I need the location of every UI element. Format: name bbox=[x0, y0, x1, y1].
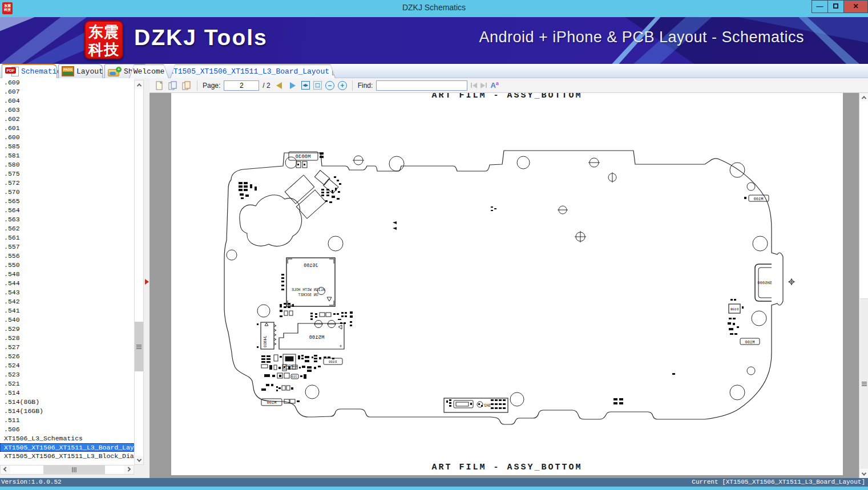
sidebar-vertical-scrollbar[interactable] bbox=[134, 80, 144, 465]
sidebar-item[interactable]: .609 bbox=[0, 78, 134, 87]
svg-text:SH2: SH2 bbox=[484, 404, 491, 408]
tab-board-layout[interactable]: XT1505_XT1506_XT1511_L3_Board_Layout × bbox=[170, 64, 336, 78]
sidebar-item[interactable]: .524 bbox=[0, 361, 134, 370]
sidebar-item[interactable]: .575 bbox=[0, 169, 134, 179]
sidebar-item[interactable]: .550 bbox=[0, 261, 134, 270]
tab-welcome[interactable]: Welcome bbox=[129, 64, 169, 78]
scroll-right-button[interactable] bbox=[124, 465, 133, 474]
find-next-button[interactable] bbox=[481, 83, 487, 88]
sidebar-item[interactable]: .527 bbox=[0, 343, 134, 352]
page-thumbnail-icon[interactable] bbox=[154, 80, 164, 91]
sidebar-item[interactable]: .523 bbox=[0, 370, 134, 379]
sidebar-item[interactable]: .580 bbox=[0, 160, 134, 169]
scroll-up-button[interactable] bbox=[135, 80, 143, 89]
minimize-button[interactable]: — bbox=[812, 0, 828, 13]
sidebar-item[interactable]: .521 bbox=[0, 379, 134, 388]
sidebar-item[interactable]: .564 bbox=[0, 206, 134, 215]
snapshot-icon[interactable] bbox=[181, 80, 192, 91]
sidebar-item[interactable]: .511 bbox=[0, 416, 134, 425]
sidebar-item[interactable]: .581 bbox=[0, 151, 134, 160]
maximize-button[interactable] bbox=[827, 0, 844, 13]
sidebar-scrollbar-thumb[interactable] bbox=[135, 322, 143, 371]
sidebar-item[interactable]: .544 bbox=[0, 279, 134, 288]
sidebar-item[interactable]: .541 bbox=[0, 306, 134, 315]
banner-tagline: Android + iPhone & PCB Layout - Schemati… bbox=[479, 29, 804, 46]
sidebar-item[interactable]: .557 bbox=[0, 242, 134, 252]
sidebar-item[interactable]: .602 bbox=[0, 115, 134, 124]
find-input[interactable] bbox=[376, 80, 467, 91]
text-size-icon[interactable]: Aa bbox=[490, 80, 498, 90]
doc-scroll-up-button[interactable] bbox=[860, 93, 868, 102]
sidebar-item[interactable]: .607 bbox=[0, 87, 134, 96]
document-viewport[interactable]: ART FILM - ASSY_BOTTOM ART FILM - ASSY_B… bbox=[150, 93, 868, 478]
sidebar-item[interactable]: .563 bbox=[0, 215, 134, 224]
copy-page-icon[interactable] bbox=[168, 80, 178, 91]
component-cluster bbox=[613, 373, 675, 404]
splitter-collapse-icon[interactable] bbox=[145, 279, 149, 285]
product-name: DZKJ Tools bbox=[134, 25, 268, 50]
sidebar-item[interactable]: .603 bbox=[0, 106, 134, 115]
status-bar: Version:1.0.0.52 Current [XT1505_XT1506_… bbox=[0, 478, 868, 490]
header-banner: 东震 科技 DZKJ Tools Android + iPhone & PCB … bbox=[0, 17, 868, 64]
scroll-left-button[interactable] bbox=[1, 465, 10, 474]
zoom-in-icon[interactable]: + bbox=[338, 81, 347, 90]
svg-text:ON SOCKET: ON SOCKET bbox=[298, 293, 318, 297]
sidebar-item[interactable]: .604 bbox=[0, 96, 134, 106]
tab-welcome-label: Welcome bbox=[134, 67, 165, 76]
sidebar-item[interactable]: .600 bbox=[0, 133, 134, 142]
sidebar-item[interactable]: .556 bbox=[0, 252, 134, 261]
tab-schematic[interactable]: PDF Schematic bbox=[2, 64, 57, 78]
sidebar-item[interactable]: .565 bbox=[0, 197, 134, 206]
component-cluster bbox=[728, 318, 739, 335]
sidebar-item[interactable]: XT1505_XT1506_XT1511_L3_Block_Diagram bbox=[0, 452, 134, 461]
sidebar-item[interactable]: .570 bbox=[0, 188, 134, 197]
sidebar-hscrollbar-thumb[interactable] bbox=[43, 465, 105, 474]
doc-scroll-down-button[interactable] bbox=[860, 469, 868, 478]
next-page-icon[interactable] bbox=[288, 80, 298, 91]
sidebar-item[interactable]: .561 bbox=[0, 233, 134, 242]
sidebar-item[interactable]: .585 bbox=[0, 142, 134, 151]
sidebar-item[interactable]: .506 bbox=[0, 425, 134, 434]
grip-icon bbox=[862, 382, 867, 386]
previous-page-icon[interactable] bbox=[274, 80, 284, 91]
board-outline bbox=[224, 151, 783, 424]
document-scrollbar-thumb[interactable] bbox=[860, 298, 868, 469]
board-cutout bbox=[240, 195, 302, 246]
sidebar-item[interactable]: .514(16GB) bbox=[0, 407, 134, 416]
sidebar-item[interactable]: .514 bbox=[0, 388, 134, 398]
fit-width-icon[interactable]: ◂▸ bbox=[301, 81, 310, 90]
svg-text:M100: M100 bbox=[745, 340, 755, 345]
sidebar-item[interactable]: XT1506_L3_Schematics bbox=[0, 434, 134, 443]
sidebar-item[interactable]: .543 bbox=[0, 288, 134, 297]
sidebar-item[interactable]: .526 bbox=[0, 352, 134, 361]
sidebar-horizontal-scrollbar[interactable] bbox=[0, 465, 134, 475]
tab-schematic-label: Schematic bbox=[21, 67, 61, 76]
sidebar-splitter[interactable] bbox=[144, 78, 150, 478]
sidebar-item[interactable]: .528 bbox=[0, 334, 134, 343]
sidebar-item[interactable]: .601 bbox=[0, 124, 134, 133]
sidebar-item[interactable]: .572 bbox=[0, 179, 134, 188]
page-number-input[interactable] bbox=[224, 80, 259, 91]
sidebar-item[interactable]: .540 bbox=[0, 315, 134, 325]
sidebar-item[interactable]: .542 bbox=[0, 297, 134, 306]
chevron-left-icon bbox=[3, 467, 8, 471]
sidebar-item[interactable]: .562 bbox=[0, 224, 134, 233]
svg-text:+: + bbox=[339, 344, 342, 350]
close-button[interactable]: ✕ bbox=[843, 0, 868, 13]
chevron-down-icon bbox=[862, 471, 866, 475]
document-vertical-scrollbar[interactable] bbox=[859, 93, 868, 478]
zoom-out-icon[interactable]: − bbox=[325, 81, 334, 90]
tab-layout[interactable]: PADS Layout bbox=[58, 64, 103, 78]
sidebar-item[interactable]: .529 bbox=[0, 325, 134, 334]
pads-icon: PADS bbox=[62, 66, 74, 76]
fit-page-icon[interactable]: ⬚ bbox=[313, 81, 322, 90]
sidebar-item[interactable]: .548 bbox=[0, 270, 134, 279]
toolbar-separator bbox=[352, 80, 353, 91]
chevron-right-icon bbox=[126, 467, 131, 471]
sidebar-item[interactable]: XT1505_XT1506_XT1511_L3_Board_Layout bbox=[0, 443, 134, 452]
scroll-down-button[interactable] bbox=[135, 456, 143, 464]
title-bar: 东震 科技 DZKJ Schematics — ✕ bbox=[0, 0, 868, 17]
sidebar-item[interactable]: .514(8GB) bbox=[0, 398, 134, 407]
chevron-up-icon bbox=[136, 83, 141, 88]
find-previous-button[interactable] bbox=[471, 83, 477, 88]
